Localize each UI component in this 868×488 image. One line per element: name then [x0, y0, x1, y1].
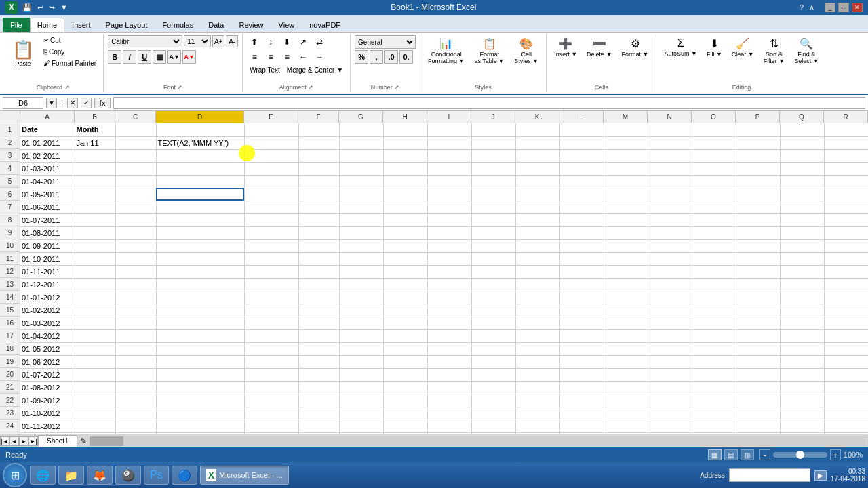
row-header-7[interactable]: 7 [0, 201, 20, 214]
cell-K9[interactable] [515, 226, 559, 239]
cell-R15[interactable] [824, 304, 868, 317]
cell-A5[interactable]: 01-04-2011 [20, 175, 75, 188]
cell-L23[interactable] [559, 407, 604, 420]
text-angle-btn[interactable]: ↗ [296, 35, 311, 49]
cell-O5[interactable] [692, 175, 736, 188]
fill-color-btn[interactable]: A▼ [167, 50, 181, 64]
cell-K5[interactable] [515, 175, 559, 188]
cell-R21[interactable] [824, 381, 868, 394]
cell-B15[interactable] [75, 304, 115, 317]
cell-R9[interactable] [824, 226, 868, 239]
merge-center-button[interactable]: Merge & Center ▼ [284, 65, 346, 75]
cell-I3[interactable] [427, 149, 471, 162]
cell-A1[interactable]: Date [20, 123, 75, 136]
cell-F9[interactable] [298, 226, 339, 239]
cell-E25[interactable] [244, 432, 298, 434]
cell-Q12[interactable] [780, 265, 824, 278]
col-header-P[interactable]: P [736, 111, 780, 123]
cell-N13[interactable] [648, 278, 692, 291]
cell-C22[interactable] [115, 394, 156, 407]
cell-O21[interactable] [692, 381, 736, 394]
col-header-O[interactable]: O [692, 111, 736, 123]
row-header-2[interactable]: 2 [0, 136, 20, 149]
cell-A12[interactable]: 01-11-2011 [20, 265, 75, 278]
cell-G11[interactable] [339, 252, 383, 265]
row-header-15[interactable]: 15 [0, 304, 20, 317]
col-header-D[interactable]: D [156, 111, 244, 123]
cell-J14[interactable] [471, 291, 515, 304]
cell-F4[interactable] [298, 162, 339, 175]
cell-M25[interactable] [604, 432, 648, 434]
cell-A2[interactable]: 01-01-2011 [20, 136, 75, 149]
cell-B18[interactable] [75, 342, 115, 355]
cell-P11[interactable] [736, 252, 780, 265]
cell-J22[interactable] [471, 394, 515, 407]
cell-I1[interactable] [427, 123, 471, 136]
cell-O12[interactable] [692, 265, 736, 278]
cell-A24[interactable]: 01-11-2012 [20, 420, 75, 432]
cell-R4[interactable] [824, 162, 868, 175]
cell-N2[interactable] [648, 136, 692, 149]
cell-G21[interactable] [339, 381, 383, 394]
cancel-formula-btn[interactable]: ✕ [67, 98, 78, 108]
row-header-10[interactable]: 10 [0, 239, 20, 252]
cell-J11[interactable] [471, 252, 515, 265]
cell-K24[interactable] [515, 420, 559, 432]
cell-J15[interactable] [471, 304, 515, 317]
cell-E19[interactable] [244, 355, 298, 368]
cell-Q7[interactable] [780, 201, 824, 214]
cell-A7[interactable]: 01-06-2011 [20, 201, 75, 214]
cell-I10[interactable] [427, 239, 471, 252]
cell-B9[interactable] [75, 226, 115, 239]
bold-button[interactable]: B [108, 50, 121, 64]
cell-N12[interactable] [648, 265, 692, 278]
zoom-slider-thumb[interactable] [796, 451, 804, 459]
taskbar-photoshop[interactable]: Ps [144, 466, 169, 485]
cell-K17[interactable] [515, 329, 559, 342]
cell-Q3[interactable] [780, 149, 824, 162]
cell-H13[interactable] [383, 278, 427, 291]
row-header-22[interactable]: 22 [0, 394, 20, 407]
cell-H18[interactable] [383, 342, 427, 355]
cell-B8[interactable] [75, 214, 115, 226]
cell-K7[interactable] [515, 201, 559, 214]
cell-M12[interactable] [604, 265, 648, 278]
cell-H11[interactable] [383, 252, 427, 265]
row-header-4[interactable]: 4 [0, 162, 20, 175]
cell-O13[interactable] [692, 278, 736, 291]
cell-P7[interactable] [736, 201, 780, 214]
cell-H21[interactable] [383, 381, 427, 394]
cell-I8[interactable] [427, 214, 471, 226]
cell-C16[interactable] [115, 317, 156, 329]
expand-formula-btn[interactable]: ▼ [46, 98, 57, 108]
cell-C9[interactable] [115, 226, 156, 239]
cell-B11[interactable] [75, 252, 115, 265]
cell-O23[interactable] [692, 407, 736, 420]
cell-L1[interactable] [559, 123, 604, 136]
fill-button[interactable]: ⬇ Fill ▼ [703, 35, 726, 60]
cell-J5[interactable] [471, 175, 515, 188]
cell-Q4[interactable] [780, 162, 824, 175]
cell-K1[interactable] [515, 123, 559, 136]
cell-G20[interactable] [339, 368, 383, 381]
cell-G24[interactable] [339, 420, 383, 432]
row-header-25[interactable]: 25 [0, 432, 20, 434]
percent-btn[interactable]: % [355, 50, 368, 64]
cell-R19[interactable] [824, 355, 868, 368]
cell-J17[interactable] [471, 329, 515, 342]
underline-button[interactable]: U [138, 50, 151, 64]
font-expand-icon[interactable]: ↗ [177, 84, 182, 91]
cell-L15[interactable] [559, 304, 604, 317]
cell-G13[interactable] [339, 278, 383, 291]
cell-A22[interactable]: 01-09-2012 [20, 394, 75, 407]
cell-H23[interactable] [383, 407, 427, 420]
cell-G23[interactable] [339, 407, 383, 420]
cell-O1[interactable] [692, 123, 736, 136]
cell-Q19[interactable] [780, 355, 824, 368]
cell-D25[interactable] [156, 432, 244, 434]
cell-P25[interactable] [736, 432, 780, 434]
cell-P18[interactable] [736, 342, 780, 355]
undo-quick-btn[interactable]: ↩ [35, 3, 45, 13]
cell-K15[interactable] [515, 304, 559, 317]
cell-H16[interactable] [383, 317, 427, 329]
